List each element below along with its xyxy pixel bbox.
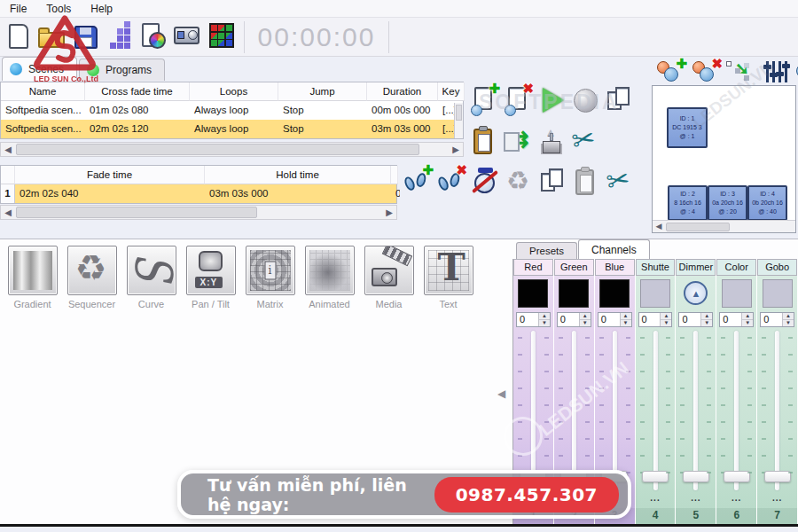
channel-value-spinner[interactable]: 0 <box>760 312 794 327</box>
fader-track[interactable] <box>653 331 658 490</box>
effect-button[interactable]: Media <box>364 246 414 309</box>
channel-more-button[interactable]: ... <box>676 494 716 508</box>
fixture-box[interactable]: ID : 3 0a 20ch 16 @ : 20 <box>708 185 747 221</box>
copy-scene-icon[interactable] <box>602 83 636 119</box>
channel-value-spinner[interactable]: 0 <box>678 312 713 327</box>
add-group-icon[interactable] <box>653 59 688 85</box>
add-scene-icon[interactable] <box>467 83 501 119</box>
loop-disabled-icon[interactable] <box>502 165 536 200</box>
fader-track[interactable] <box>531 331 536 490</box>
channel-swatch[interactable] <box>681 279 711 308</box>
fader-track[interactable] <box>613 331 617 490</box>
channel-value-spinner[interactable]: 0 <box>638 312 673 327</box>
column-header[interactable]: Key <box>438 82 465 101</box>
scroll-thumb[interactable] <box>666 223 730 231</box>
channel-swatch[interactable] <box>763 279 793 308</box>
fader-thumb[interactable] <box>724 471 750 482</box>
fader-thumb[interactable] <box>764 471 791 482</box>
paste-step-icon[interactable] <box>569 165 603 200</box>
scroll-right-arrow[interactable]: ▶ <box>382 206 396 219</box>
spinner-arrows[interactable] <box>782 313 794 326</box>
spinner-arrows[interactable] <box>741 313 753 326</box>
channel-label[interactable]: Red <box>513 259 553 275</box>
fixtures-scrollbar[interactable]: ◀ <box>653 220 795 232</box>
collapse-panel-arrow[interactable]: ◀ <box>497 387 505 400</box>
fader-track[interactable] <box>775 331 779 490</box>
channel-more-button[interactable]: ... <box>757 494 797 508</box>
channel-swatch[interactable] <box>559 279 589 308</box>
cut-scene-icon[interactable] <box>568 124 602 160</box>
column-header[interactable]: Name <box>1 82 85 101</box>
channel-value-spinner[interactable]: 0 <box>719 312 754 327</box>
fixture-box[interactable]: ID : 2 8 16ch 16 @ : 4 <box>668 185 708 221</box>
step-row[interactable]: 1 02m 02s 040 03m 03s 000 0 <box>1 184 396 203</box>
fader-track[interactable] <box>572 331 576 490</box>
effect-button[interactable]: Gradient <box>7 246 58 309</box>
delete-scene-icon[interactable] <box>501 83 535 119</box>
effect-button[interactable]: Curve <box>126 246 176 309</box>
burn-to-memory-icon[interactable] <box>535 124 568 160</box>
stop-scene-icon[interactable] <box>568 83 602 119</box>
clipped-icon[interactable] <box>794 59 798 85</box>
spinner-arrows[interactable] <box>700 313 712 326</box>
cut-step-icon[interactable] <box>603 165 637 200</box>
camera-icon[interactable] <box>171 20 205 55</box>
effect-button[interactable]: Matrix <box>245 246 295 309</box>
channel-swatch[interactable] <box>722 279 752 308</box>
channel-swatch[interactable] <box>518 279 548 308</box>
effect-button[interactable]: Animated <box>304 246 355 309</box>
channel-label[interactable]: Blue <box>595 259 635 275</box>
fader-track[interactable] <box>693 331 698 490</box>
channel-label[interactable]: Dimmer <box>676 259 716 275</box>
steps-horizontal-scrollbar[interactable]: ◀ ▶ <box>0 205 397 220</box>
effect-button[interactable]: Sequencer <box>66 246 117 309</box>
effect-button[interactable]: Text <box>423 246 473 309</box>
fixture-box[interactable]: ID : 4 0b 20ch 16 @ : 40 <box>747 185 787 221</box>
spinner-arrows[interactable] <box>579 313 591 326</box>
column-header[interactable]: Jump <box>278 82 367 101</box>
column-header[interactable]: Fade time <box>15 166 205 184</box>
column-header[interactable]: Cross fade time <box>85 82 190 101</box>
column-header[interactable]: Hold time <box>205 166 391 184</box>
tab-presets[interactable]: Presets <box>516 242 577 259</box>
channel-more-button[interactable]: ... <box>716 494 756 508</box>
channel-label[interactable]: Gobo <box>757 259 797 275</box>
arrange-fixtures-icon[interactable] <box>724 59 759 85</box>
effect-button[interactable]: Pan / Tilt <box>185 246 236 309</box>
channel-label[interactable]: Color <box>716 259 756 275</box>
scroll-left-arrow[interactable]: ◀ <box>1 143 15 156</box>
column-header[interactable]: Loops <box>190 82 278 101</box>
channel-swatch[interactable] <box>599 279 630 308</box>
paste-scene-icon[interactable] <box>467 124 501 160</box>
channel-label[interactable]: Shutte <box>636 259 676 275</box>
scene-row[interactable]: Softpedia scen... 02m 02s 120 Always loo… <box>1 120 463 138</box>
faders-icon[interactable] <box>759 59 794 85</box>
channel-swatch[interactable] <box>640 279 670 308</box>
spinner-arrows[interactable] <box>538 313 550 326</box>
export-scene-icon[interactable] <box>501 124 535 160</box>
delete-group-icon[interactable] <box>688 59 724 85</box>
channel-value-spinner[interactable]: 0 <box>516 312 551 327</box>
scroll-left-arrow[interactable]: ◀ <box>653 220 665 233</box>
play-scene-icon[interactable] <box>535 83 568 119</box>
delete-step-icon[interactable] <box>434 165 468 200</box>
add-step-icon[interactable] <box>401 165 434 200</box>
patch-icon[interactable] <box>104 20 137 55</box>
color-palette-icon[interactable] <box>137 20 171 55</box>
disable-time-icon[interactable] <box>468 165 502 200</box>
3d-cube-icon[interactable] <box>205 20 239 55</box>
scenes-vertical-scrollbar[interactable] <box>454 103 463 138</box>
scroll-thumb[interactable] <box>16 144 419 155</box>
fader-thumb[interactable] <box>642 471 669 482</box>
spinner-arrows[interactable] <box>660 313 671 326</box>
scroll-right-arrow[interactable]: ▶ <box>449 143 463 156</box>
channel-label[interactable]: Green <box>554 259 594 275</box>
scroll-left-arrow[interactable]: ◀ <box>1 206 15 219</box>
fader-track[interactable] <box>734 331 739 490</box>
copy-step-icon[interactable] <box>536 165 569 200</box>
scenes-horizontal-scrollbar[interactable]: ◀ ▶ <box>0 142 464 157</box>
column-header[interactable]: Duration <box>367 82 438 101</box>
scroll-thumb[interactable] <box>16 207 257 218</box>
fixture-box[interactable]: ID : 1 DC 1915 3 @ : 1 <box>667 107 708 148</box>
spinner-arrows[interactable] <box>620 313 631 326</box>
